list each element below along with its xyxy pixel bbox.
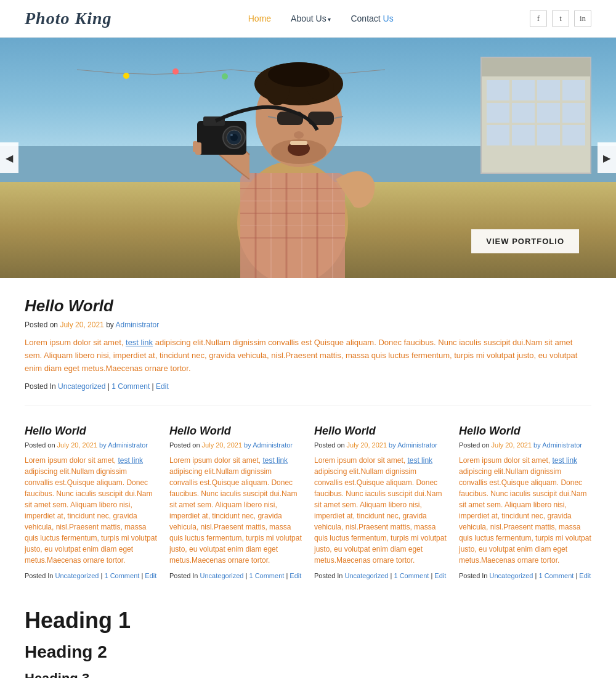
featured-post-title: Hello World: [25, 296, 591, 316]
headings-section: Heading 1 Heading 2 Heading 3 Heading 4 …: [25, 602, 591, 678]
grid-post-2: Hello World Posted on July 20, 2021 by A…: [169, 425, 302, 579]
meta-by: by: [106, 321, 114, 329]
gp2-link[interactable]: test link: [262, 456, 288, 465]
gp1-author: by Administrator: [99, 441, 148, 449]
grid-post-footer-3: Posted In Uncategorized | 1 Comment | Ed…: [314, 572, 447, 579]
hero-prev-button[interactable]: ◀: [0, 142, 18, 173]
grid-post-body-3: Lorem ipsum dolor sit amet, test link ad…: [314, 455, 447, 566]
gp1-category[interactable]: Uncategorized: [55, 572, 99, 579]
gp1-edit[interactable]: Edit: [145, 572, 156, 579]
body-link[interactable]: test link: [126, 338, 153, 347]
nav-contact[interactable]: Contact Us: [351, 14, 393, 23]
gp2-edit[interactable]: Edit: [290, 572, 301, 579]
featured-post: Hello World Posted on July 20, 2021 by A…: [25, 296, 591, 406]
gp2-date: July 20, 2021: [202, 441, 242, 449]
site-logo[interactable]: Photo King: [25, 9, 111, 28]
gp1-prefix: Posted on: [25, 441, 55, 449]
svg-point-31: [294, 131, 304, 139]
gp3-date: July 20, 2021: [347, 441, 387, 449]
gp2-comment[interactable]: 1 Comment: [249, 572, 284, 579]
gp4-link[interactable]: test link: [552, 456, 577, 465]
gp4-author: by Administrator: [533, 441, 582, 449]
gp4-category[interactable]: Uncategorized: [490, 572, 533, 579]
gp1-date: July 20, 2021: [57, 441, 97, 449]
grid-post-meta-3: Posted on July 20, 2021 by Administrator: [314, 441, 447, 449]
gp4-comment[interactable]: 1 Comment: [538, 572, 573, 579]
featured-post-meta: Posted on July 20, 2021 by Administrator: [25, 321, 591, 329]
posts-grid: Hello World Posted on July 20, 2021 by A…: [25, 425, 591, 579]
gp3-link[interactable]: test link: [407, 456, 432, 465]
grid-post-body-2: Lorem ipsum dolor sit amet, test link ad…: [169, 455, 302, 566]
grid-post-title-4: Hello World: [459, 425, 591, 438]
hero-section: ◀ ▶ VIEW PORTFOLIO: [0, 38, 616, 278]
arrow-left-icon: ◀: [6, 152, 13, 164]
svg-rect-30: [290, 141, 307, 145]
featured-edit-link[interactable]: Edit: [156, 382, 169, 391]
svg-point-37: [230, 134, 233, 136]
twitter-icon[interactable]: t: [552, 10, 569, 27]
nav-home[interactable]: Home: [248, 14, 271, 23]
gp3-category[interactable]: Uncategorized: [345, 572, 389, 579]
grid-post-footer-2: Posted In Uncategorized | 1 Comment | Ed…: [169, 572, 302, 579]
arrow-right-icon: ▶: [603, 152, 610, 164]
gp3-edit[interactable]: Edit: [434, 572, 446, 579]
grid-post-4: Hello World Posted on July 20, 2021 by A…: [459, 425, 591, 579]
gp2-prefix: Posted on: [169, 441, 200, 449]
nav-about[interactable]: About Us: [291, 14, 331, 23]
gp4-prefix: Posted on: [459, 441, 490, 449]
grid-post-title-2: Hello World: [169, 425, 302, 438]
site-header: Photo King Home About Us Contact Us f t …: [0, 0, 616, 38]
gp1-link[interactable]: test link: [118, 456, 143, 465]
svg-point-22: [268, 62, 330, 87]
grid-post-footer-4: Posted In Uncategorized | 1 Comment | Ed…: [459, 572, 591, 579]
heading-2: Heading 2: [25, 642, 591, 662]
gp4-edit[interactable]: Edit: [579, 572, 591, 579]
heading-3: Heading 3: [25, 671, 591, 678]
svg-rect-39: [193, 141, 198, 152]
gp3-prefix: Posted on: [314, 441, 345, 449]
gp4-date: July 20, 2021: [492, 441, 532, 449]
grid-post-title-1: Hello World: [25, 425, 157, 438]
featured-post-date: July 20, 2021: [60, 321, 103, 329]
featured-post-footer: Posted In Uncategorized | 1 Comment | Ed…: [25, 382, 591, 391]
gp1-comment[interactable]: 1 Comment: [104, 572, 139, 579]
gp2-author: by Administrator: [244, 441, 293, 449]
grid-post-3: Hello World Posted on July 20, 2021 by A…: [314, 425, 447, 579]
hero-next-button[interactable]: ▶: [598, 142, 616, 173]
grid-post-meta-4: Posted on July 20, 2021 by Administrator: [459, 441, 591, 449]
gp2-category[interactable]: Uncategorized: [200, 572, 244, 579]
grid-post-meta-1: Posted on July 20, 2021 by Administrator: [25, 441, 157, 449]
grid-post-title-3: Hello World: [314, 425, 447, 438]
gp3-author: by Administrator: [389, 441, 437, 449]
grid-post-body-4: Lorem ipsum dolor sit amet, test link ad…: [459, 455, 591, 566]
social-links: f t in: [530, 10, 591, 27]
featured-comment-link[interactable]: 1 Comment: [111, 382, 150, 391]
grid-post-body-1: Lorem ipsum dolor sit amet, test link ad…: [25, 455, 157, 566]
featured-post-author: Administrator: [115, 321, 159, 329]
heading-1: Heading 1: [25, 608, 591, 634]
grid-post-meta-2: Posted on July 20, 2021 by Administrator: [169, 441, 302, 449]
gp3-comment[interactable]: 1 Comment: [394, 572, 429, 579]
featured-category-link[interactable]: Uncategorized: [58, 382, 105, 391]
main-nav: Home About Us Contact Us: [248, 14, 394, 23]
facebook-icon[interactable]: f: [530, 10, 547, 27]
linkedin-icon[interactable]: in: [574, 10, 591, 27]
featured-post-body: Lorem ipsum dolor sit amet, test link ad…: [25, 337, 591, 375]
footer-prefix: Posted In: [25, 382, 56, 391]
meta-prefix: Posted on: [25, 321, 58, 329]
grid-post-footer-1: Posted In Uncategorized | 1 Comment | Ed…: [25, 572, 157, 579]
main-content: Hello World Posted on July 20, 2021 by A…: [0, 278, 616, 678]
grid-post-1: Hello World Posted on July 20, 2021 by A…: [25, 425, 157, 579]
